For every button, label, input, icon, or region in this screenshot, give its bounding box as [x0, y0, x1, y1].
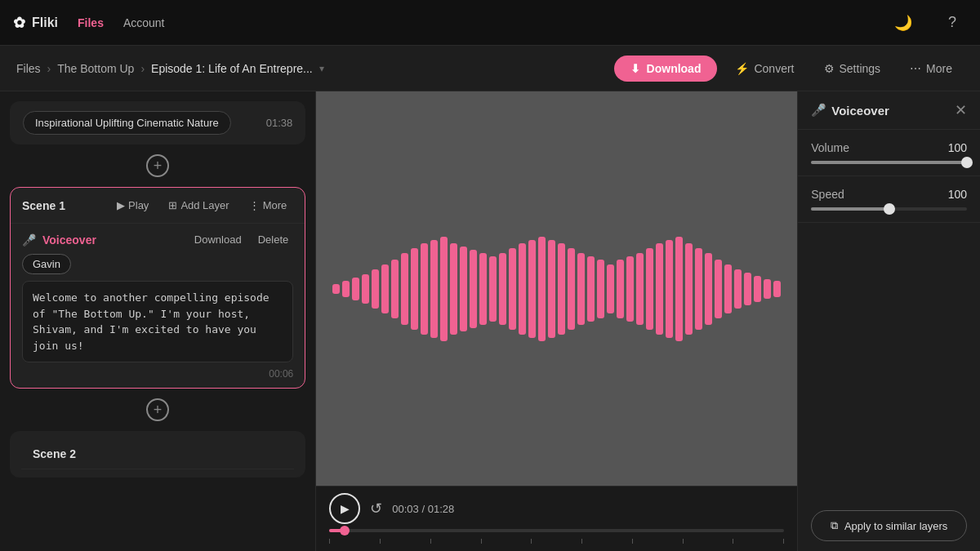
add-circle-icon: +: [146, 154, 169, 177]
add-scene-above-button[interactable]: +: [10, 151, 305, 180]
right-panel: 🎤 Voiceover ✕ Volume 100 Speed 100: [797, 91, 980, 551]
settings-icon: ⚙: [824, 62, 835, 75]
help-button[interactable]: ?: [938, 8, 967, 38]
speed-control: Speed 100: [798, 176, 980, 223]
voiceover-mic-icon: 🎤: [22, 233, 36, 247]
more-dots-icon: ⋯: [910, 62, 921, 75]
voiceover-text-input[interactable]: Welcome to another compelling episode of…: [22, 281, 293, 362]
waveform-bar: [577, 253, 585, 325]
volume-slider-thumb[interactable]: [961, 157, 973, 168]
waveform-bar: [695, 248, 702, 330]
waveform-bar: [499, 253, 506, 325]
settings-button[interactable]: ⚙ Settings: [813, 56, 893, 82]
apply-similar-layers-button[interactable]: ⧉ Apply to similar layers: [811, 510, 967, 541]
waveform-bar: [362, 274, 369, 304]
voiceover-delete-button[interactable]: Delete: [253, 232, 294, 247]
breadcrumb-sep-2: ›: [140, 62, 145, 75]
waveform-bar: [440, 237, 448, 341]
waveform-bar: [587, 256, 595, 322]
voiceover-download-button[interactable]: Download: [189, 232, 247, 247]
panel-title-text: Voiceover: [831, 104, 889, 118]
waveform-bar: [430, 240, 438, 338]
dark-mode-toggle[interactable]: 🌙: [889, 8, 918, 38]
progress-track[interactable]: [329, 529, 784, 532]
main-layout: Inspirational Uplifting Cinematic Nature…: [0, 91, 980, 551]
tick-3: [430, 539, 431, 544]
convert-button[interactable]: ⚡ Convert: [724, 56, 805, 82]
apply-label: Apply to similar layers: [844, 520, 947, 532]
tick-6: [581, 539, 582, 544]
add-scene-between-button[interactable]: +: [10, 395, 305, 424]
waveform-bar: [764, 279, 771, 299]
player-play-button[interactable]: ▶: [329, 493, 360, 524]
waveform-bar: [724, 264, 732, 313]
waveform-bar: [342, 281, 350, 297]
panel-close-button[interactable]: ✕: [955, 103, 967, 118]
player-time: 00:03 / 01:28: [392, 503, 454, 515]
speed-slider-track[interactable]: [811, 207, 967, 211]
music-tag[interactable]: Inspirational Uplifting Cinematic Nature: [23, 111, 231, 135]
app-name: Fliki: [32, 16, 58, 30]
speed-slider-thumb[interactable]: [884, 203, 895, 215]
player-controls: ▶ ↺ 00:03 / 01:28: [329, 493, 784, 524]
volume-label-row: Volume 100: [811, 141, 967, 154]
waveform-bar: [617, 260, 624, 318]
breadcrumb-episode: Episode 1: Life of An Entrepre...: [151, 62, 313, 75]
breadcrumb-files[interactable]: Files: [16, 62, 41, 75]
breadcrumb-sep-1: ›: [47, 62, 51, 75]
waveform-bar: [460, 247, 467, 331]
waveform-bar: [597, 260, 604, 318]
more-button[interactable]: ⋯ More: [898, 56, 964, 82]
voiceover-panel-header: 🎤 Voiceover ✕: [798, 91, 980, 130]
tick-5: [531, 539, 532, 544]
download-button[interactable]: ⬇ Download: [614, 56, 718, 82]
scene-1-header: Scene 1 ▶ Play ⊞ Add Layer ⋮ More: [11, 188, 305, 224]
waveform-bar: [332, 284, 340, 294]
download-icon: ⬇: [630, 62, 640, 75]
waveform-bar: [636, 253, 644, 325]
more-icon: ⋮: [249, 199, 260, 211]
scene-1-add-layer-button[interactable]: ⊞ Add Layer: [162, 196, 235, 215]
current-time: 00:03: [392, 503, 419, 515]
settings-label: Settings: [840, 62, 881, 75]
volume-slider-track[interactable]: [811, 161, 967, 164]
scene-2-card: Scene 2: [10, 431, 305, 478]
play-icon: ▶: [117, 199, 125, 211]
tick-8: [683, 539, 684, 544]
waveform-bar: [479, 253, 487, 325]
left-panel: Inspirational Uplifting Cinematic Nature…: [0, 91, 316, 551]
add-layer-icon: ⊞: [168, 199, 177, 211]
scene-more-label: More: [263, 199, 287, 211]
voiceover-header: 🎤 Voiceover Download Delete: [22, 232, 293, 247]
waveform-bar: [607, 264, 614, 313]
waveform-bar: [744, 273, 751, 305]
apply-icon: ⧉: [831, 519, 838, 532]
breadcrumb-dropdown-icon[interactable]: ▾: [319, 63, 324, 74]
scene-1-more-button[interactable]: ⋮ More: [243, 196, 294, 215]
waveform-bar: [568, 248, 575, 330]
waveform-bar: [411, 248, 418, 330]
voice-name-tag[interactable]: Gavin: [22, 254, 71, 274]
breadcrumb-project[interactable]: The Bottom Up: [57, 62, 134, 75]
speed-label: Speed: [811, 188, 844, 201]
player-replay-button[interactable]: ↺: [370, 500, 382, 518]
waveform-bar: [754, 276, 761, 302]
waveform-bar: [352, 278, 359, 300]
waveform-bar: [519, 243, 526, 335]
scene-1-card: Scene 1 ▶ Play ⊞ Add Layer ⋮ More 🎤: [10, 187, 305, 389]
progress-fill: [329, 529, 345, 532]
app-logo[interactable]: ✿ Fliki: [13, 14, 58, 32]
volume-slider-fill: [811, 161, 967, 164]
progress-ticks: [329, 539, 784, 544]
waveform-bar: [666, 240, 673, 338]
add-layer-label: Add Layer: [180, 199, 229, 211]
player-bar: ▶ ↺ 00:03 / 01:28: [316, 486, 797, 551]
scene-1-play-button[interactable]: ▶ Play: [110, 196, 155, 215]
nav-account[interactable]: Account: [123, 16, 165, 29]
voiceover-timestamp: 00:06: [22, 368, 293, 380]
waveform-bar: [626, 256, 634, 322]
waveform-bar: [548, 240, 555, 338]
tick-10: [783, 539, 784, 544]
nav-files[interactable]: Files: [78, 16, 104, 29]
progress-thumb: [340, 526, 350, 535]
